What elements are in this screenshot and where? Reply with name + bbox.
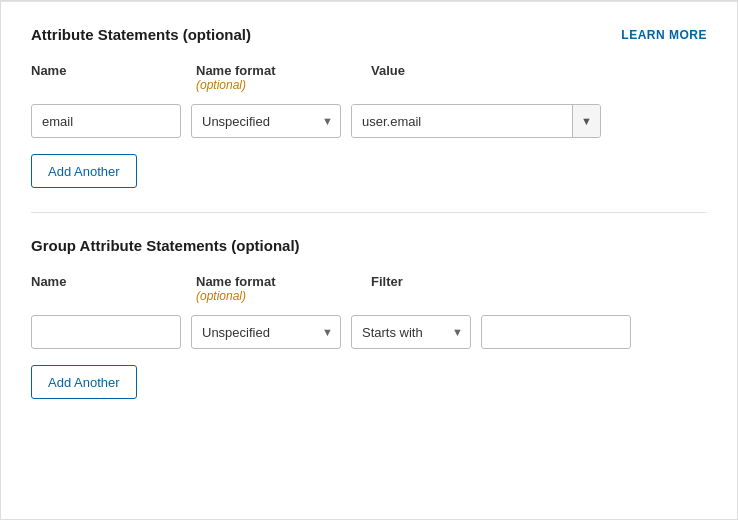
attribute-value-wrapper: ▼ bbox=[351, 104, 601, 138]
group-format-select[interactable]: Unspecified Basic URI Reference bbox=[191, 315, 341, 349]
attribute-format-wrapper: Unspecified Basic URI Reference ▼ bbox=[191, 104, 341, 138]
group-columns-header: Name Name format (optional) Filter bbox=[31, 274, 707, 311]
attribute-value-dropdown-btn[interactable]: ▼ bbox=[572, 105, 600, 137]
attribute-columns-header: Name Name format (optional) Value bbox=[31, 63, 707, 100]
format-optional-label: (optional) bbox=[196, 78, 371, 92]
group-attribute-statements-section: Group Attribute Statements (optional) Na… bbox=[1, 213, 737, 423]
group-filter-type-select[interactable]: Starts with Equals Contains Matches rege… bbox=[351, 315, 471, 349]
format-column-header: Name format bbox=[196, 63, 361, 78]
attribute-format-select[interactable]: Unspecified Basic URI Reference bbox=[191, 104, 341, 138]
attribute-row-1: Unspecified Basic URI Reference ▼ ▼ bbox=[31, 104, 707, 138]
group-format-optional-label: (optional) bbox=[196, 289, 371, 303]
attribute-add-another-button[interactable]: Add Another bbox=[31, 154, 137, 188]
group-filter-value-input[interactable] bbox=[481, 315, 631, 349]
attribute-statements-header: Attribute Statements (optional) LEARN MO… bbox=[31, 26, 707, 43]
group-name-input[interactable] bbox=[31, 315, 181, 349]
attribute-statements-title: Attribute Statements (optional) bbox=[31, 26, 251, 43]
group-format-wrapper: Unspecified Basic URI Reference ▼ bbox=[191, 315, 341, 349]
group-attribute-statements-title: Group Attribute Statements (optional) bbox=[31, 237, 300, 254]
group-name-column-header: Name bbox=[31, 274, 196, 311]
group-attribute-row-1: Unspecified Basic URI Reference ▼ Starts… bbox=[31, 315, 707, 349]
group-format-column-header: Name format bbox=[196, 274, 361, 289]
attribute-value-input[interactable] bbox=[352, 105, 572, 137]
value-column-header: Value bbox=[371, 63, 405, 100]
group-add-another-button[interactable]: Add Another bbox=[31, 365, 137, 399]
page-container: Attribute Statements (optional) LEARN MO… bbox=[0, 0, 738, 520]
group-filter-column-header: Filter bbox=[371, 274, 403, 311]
attribute-name-input[interactable] bbox=[31, 104, 181, 138]
name-column-header: Name bbox=[31, 63, 196, 100]
group-attribute-statements-header: Group Attribute Statements (optional) bbox=[31, 237, 707, 254]
attribute-statements-section: Attribute Statements (optional) LEARN MO… bbox=[1, 2, 737, 212]
learn-more-link[interactable]: LEARN MORE bbox=[621, 28, 707, 42]
group-filter-type-wrapper: Starts with Equals Contains Matches rege… bbox=[351, 315, 471, 349]
